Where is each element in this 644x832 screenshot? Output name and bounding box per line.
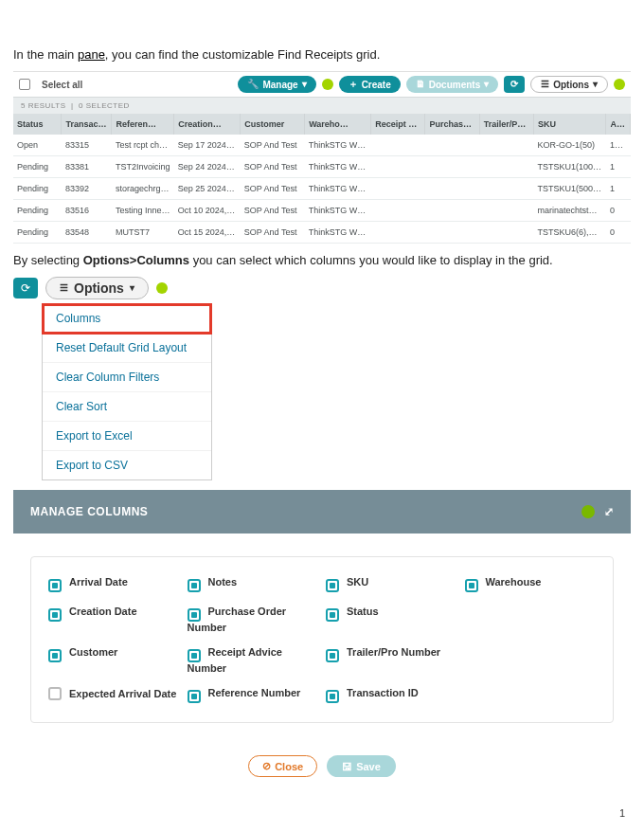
column-checkbox[interactable]: [48, 608, 62, 622]
grid-column-header[interactable]: Customer: [241, 114, 305, 135]
grid-column-header[interactable]: SKU: [534, 114, 606, 135]
save-button[interactable]: 🖫 Save: [327, 755, 396, 777]
grid-column-header[interactable]: Referen…: [112, 114, 174, 135]
grid-cell: ThinkSTG WH 1: [305, 178, 371, 200]
table-row[interactable]: Pending83392storagechrgtst4Sep 25 2024, …: [13, 178, 631, 200]
column-checkbox-spacer: [465, 606, 597, 633]
column-checkbox[interactable]: [326, 649, 339, 662]
column-checkbox-label: Receipt Advice Number: [188, 646, 282, 674]
grid-cell: ThinkSTG WH 1: [305, 156, 371, 178]
grid-toolbar: Select all 🔧 Manage ▾ ＋ Create 🗎 Documen…: [13, 71, 631, 97]
grid-cell: 83516: [62, 200, 112, 222]
grid-cell: [371, 156, 425, 178]
table-row[interactable]: Pending83548MUTST7Oct 15 2024, …SOP And …: [13, 222, 631, 244]
column-checkbox[interactable]: [326, 690, 339, 703]
column-checkbox[interactable]: [48, 687, 62, 700]
refresh-button[interactable]: ⟳: [13, 278, 38, 298]
column-checkbox-item[interactable]: Transaction ID: [326, 687, 457, 703]
grid-cell: TST2Invoicing: [112, 156, 174, 178]
options-menu-item[interactable]: Clear Sort: [43, 392, 211, 422]
column-checkbox[interactable]: [48, 579, 62, 592]
column-checkbox-item[interactable]: Arrival Date: [48, 576, 180, 592]
grid-cell: [479, 178, 533, 200]
options-button-small[interactable]: ☰ Options ▾: [530, 76, 608, 93]
refresh-icon: ⟳: [21, 281, 30, 295]
info-dot-icon: [322, 79, 333, 90]
expand-icon[interactable]: ⤢: [604, 505, 615, 518]
grid-column-header[interactable]: Ar…: [606, 114, 631, 135]
grid-cell: Sep 17 2024, …: [174, 135, 241, 156]
grid-column-header[interactable]: Status: [13, 114, 62, 135]
column-checkbox[interactable]: [326, 579, 339, 592]
column-checkbox-item[interactable]: Expected Arrival Date: [48, 687, 180, 703]
options-intro-text: By selecting Options>Columns you can sel…: [13, 253, 631, 267]
select-all-checkbox[interactable]: [19, 79, 30, 90]
column-checkbox[interactable]: [188, 579, 201, 592]
options-label-small: Options: [553, 80, 589, 90]
column-checkbox-item[interactable]: Creation Date: [48, 606, 180, 633]
table-row[interactable]: Pending83516Testing Inner…Oct 10 2024, ……: [13, 200, 631, 222]
column-checkbox-item[interactable]: Status: [326, 606, 457, 633]
manage-columns-panel: Arrival DateNotesSKUWarehouseCreation Da…: [30, 556, 614, 723]
grid-cell: [479, 135, 533, 156]
column-checkbox[interactable]: [188, 690, 201, 703]
grid-cell: Pending: [13, 178, 62, 200]
column-checkbox[interactable]: [188, 649, 201, 662]
options-bar: ⟳ ☰ Options ▾: [13, 277, 631, 299]
column-checkbox-item[interactable]: Warehouse: [465, 576, 597, 592]
grid-cell: SOP And Test: [241, 178, 305, 200]
options-dropdown: ColumnsReset Default Grid LayoutClear Co…: [42, 303, 212, 480]
column-checkbox[interactable]: [48, 649, 62, 662]
grid-cell: [371, 178, 425, 200]
column-checkbox-spacer: [465, 646, 597, 674]
grid-column-header[interactable]: Wareho…: [305, 114, 371, 135]
grid-column-header[interactable]: Purchas…: [425, 114, 479, 135]
help-dot-icon[interactable]: [581, 505, 595, 518]
close-button[interactable]: ⊘ Close: [248, 755, 317, 777]
column-checkbox[interactable]: [465, 579, 478, 592]
grid-column-header[interactable]: Creation…: [174, 114, 241, 135]
options-menu-item[interactable]: Export to Excel: [43, 422, 211, 451]
table-row[interactable]: Open83315Test rcpt chrg 1Sep 17 2024, …S…: [13, 135, 631, 156]
column-checkbox[interactable]: [188, 608, 201, 622]
grid-cell: TSTSKU1(100…: [534, 156, 606, 178]
column-checkbox-item[interactable]: Notes: [188, 576, 319, 592]
grid-cell: Sep 24 2024, …: [174, 156, 241, 178]
documents-button[interactable]: 🗎 Documents ▾: [406, 76, 498, 93]
intro-prefix: In the main: [13, 47, 78, 62]
column-checkbox-item[interactable]: Trailer/Pro Number: [326, 646, 457, 674]
column-checkbox-item[interactable]: Receipt Advice Number: [188, 646, 319, 674]
options-menu-item[interactable]: Columns: [43, 304, 211, 334]
grid-cell: [425, 178, 479, 200]
grid-cell: Oct 10 2024, …: [174, 200, 241, 222]
select-all-label: Select all: [42, 80, 82, 90]
grid-column-header[interactable]: Transact…: [62, 114, 112, 135]
column-checkbox-item[interactable]: Reference Number: [188, 687, 319, 703]
grid-cell: Pending: [13, 156, 62, 178]
options-menu-item[interactable]: Export to CSV: [43, 451, 211, 479]
grid-cell: [479, 156, 533, 178]
grid-cell: Pending: [13, 200, 62, 222]
options-menu-item[interactable]: Reset Default Grid Layout: [43, 334, 211, 363]
refresh-button-small[interactable]: ⟳: [504, 76, 525, 93]
grid-cell: 83315: [62, 135, 112, 156]
options-menu-item[interactable]: Clear Column Filters: [43, 363, 211, 392]
grid-column-header[interactable]: Trailer/P…: [479, 114, 533, 135]
column-checkbox-label: Status: [347, 606, 379, 617]
grid-cell: TSTSKU1(500)…: [534, 178, 606, 200]
grid-column-header[interactable]: Receipt …: [371, 114, 425, 135]
grid-cell: [425, 200, 479, 222]
table-row[interactable]: Pending83381TST2InvoicingSep 24 2024, …S…: [13, 156, 631, 178]
column-checkbox-item[interactable]: Customer: [48, 646, 180, 674]
manage-button[interactable]: 🔧 Manage ▾: [238, 76, 315, 93]
column-checkbox-label: Warehouse: [486, 576, 542, 588]
sliders-icon: ☰: [541, 80, 549, 89]
grid-header-row: StatusTransact…Referen…Creation…Customer…: [13, 114, 631, 135]
column-checkbox[interactable]: [326, 608, 339, 622]
column-checkbox-item[interactable]: SKU: [326, 576, 457, 592]
grid-cell: SOP And Test: [241, 135, 305, 156]
info-dot-icon: [614, 79, 625, 90]
create-button[interactable]: ＋ Create: [339, 76, 401, 93]
column-checkbox-item[interactable]: Purchase Order Number: [188, 606, 319, 633]
options-button[interactable]: ☰ Options ▾: [45, 277, 149, 299]
